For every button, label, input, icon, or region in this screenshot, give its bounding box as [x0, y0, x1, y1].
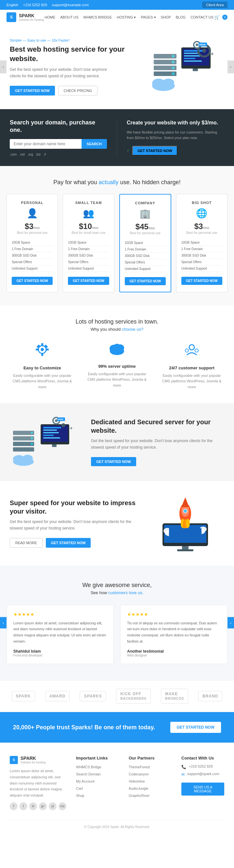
social-twitter-icon[interactable]: t	[20, 802, 27, 810]
nav-logo[interactable]: S SPARK Solution for hosting	[6, 12, 44, 22]
plan-desc-personal: Best for personal use	[12, 231, 53, 235]
feature-item: 10GB Space	[12, 240, 53, 246]
footer-link-whmcs[interactable]: WHMCS Bridge	[76, 764, 119, 769]
plan-desc-bigshot: Best for personal use	[181, 231, 222, 235]
speed-get-started-button[interactable]: GET STARTED NOW	[46, 538, 91, 548]
social-linkedin-icon[interactable]: in	[29, 802, 37, 810]
partner-logo-1: SPARK	[12, 691, 35, 701]
nav-whmcs[interactable]: WHMCS BRIDGE	[83, 15, 112, 19]
domain-section: Search your domain, purchase one. SEARCH…	[0, 109, 234, 166]
svg-rect-53	[43, 427, 61, 429]
svg-point-1	[172, 55, 175, 58]
testimonials-prev-arrow[interactable]: ‹	[0, 617, 6, 628]
footer-partner-videohive[interactable]: VideoHive	[129, 779, 172, 783]
nav-about[interactable]: ABOUT US	[60, 15, 78, 19]
feature-item: Unlimited Support	[181, 266, 222, 272]
nav-blog[interactable]: BLOG	[176, 15, 186, 19]
plan-price-company: $45/mo	[125, 222, 166, 231]
svg-point-20	[202, 49, 206, 53]
nav-hosting[interactable]: HOSTING ▾	[117, 15, 136, 20]
cta-button[interactable]: GET STARTED NOW	[170, 722, 221, 733]
footer-brand-sub: Solution for hosting	[21, 761, 46, 764]
testimonial-stars-2: ★★★★★	[127, 612, 221, 617]
domain-search-button[interactable]: SEARCH	[82, 139, 107, 149]
client-area-link[interactable]: Client Area	[202, 2, 228, 8]
footer-send-message-button[interactable]: SEND US A MESSAGE	[181, 782, 224, 796]
phone-icon: 📞	[181, 765, 186, 769]
create-title: Create your website with only $3/mo.	[127, 120, 224, 126]
plan-cta-personal[interactable]: GET STARTED NOW	[12, 277, 53, 285]
nav-contact[interactable]: CONTACT US	[191, 15, 213, 19]
check-icon: ✓	[127, 149, 130, 153]
pricing-card-bigshot: BIG SHOT 🌐 $3/mo Best for personal use 1…	[176, 194, 228, 292]
nav-cart[interactable]: 🛒 0	[214, 14, 228, 20]
feature-item: Special Offers	[12, 259, 53, 266]
dedicated-illustration: WWW +	[10, 416, 81, 468]
nav-shop[interactable]: SHOP	[161, 15, 171, 19]
footer-partner-codecanyon[interactable]: Codecanyon	[129, 772, 172, 776]
feature-item: 1 Free Domain	[68, 246, 109, 252]
speed-description: Get the best speed for your website. Don…	[10, 519, 143, 531]
svg-point-3	[172, 61, 175, 63]
footer-link-domain[interactable]: Search Domian	[76, 772, 119, 776]
dedicated-get-started-button[interactable]: GET STARTED NOW	[91, 457, 136, 466]
testimonial-card-1: ★★★★★ Lorem ipsum dolor sit amet, consec…	[6, 605, 114, 664]
pricing-cards: PERSONAL 👤 $3/mo Best for personal use 1…	[6, 194, 228, 292]
dedicated-description: Get the best speed for your website. Don…	[91, 438, 224, 450]
plan-icon-bigshot: 🌐	[181, 208, 222, 219]
footer-phone-number: +216 5252 829	[189, 764, 213, 768]
ext-biz: .biz	[36, 153, 41, 156]
footer-link-shop[interactable]: Shop	[76, 793, 119, 798]
speed-illustration	[153, 494, 224, 553]
hero-get-started-button[interactable]: GET STARTED NOW	[10, 86, 55, 95]
testimonials-next-arrow[interactable]: ›	[228, 617, 234, 628]
footer-copyright: © Copyright 2016 Spark. All Rights Reser…	[10, 820, 224, 829]
plan-price-small-team: $10/mo	[68, 222, 109, 231]
plan-cta-small-team[interactable]: GET STARTED NOW	[68, 277, 109, 285]
svg-rect-13	[184, 50, 203, 52]
top-bar: English +216 5252 829 support@example.co…	[0, 0, 234, 10]
feature-item: Unlimited Support	[68, 266, 109, 272]
footer-grid: S SPARK Solution for hosting Lorem ipsum…	[10, 755, 224, 810]
speed-read-more-button[interactable]: READ MORE	[10, 538, 42, 548]
svg-rect-69	[177, 549, 194, 551]
feature-customize-title: Easy to Customize	[10, 366, 75, 370]
svg-text:+: +	[70, 426, 72, 431]
language-selector[interactable]: English	[6, 3, 18, 7]
speed-buttons: READ MORE GET STARTED NOW	[10, 538, 143, 548]
social-googleplus-icon[interactable]: g+	[39, 802, 47, 810]
domain-right: Create your website with only $3/mo. We …	[117, 119, 224, 156]
svg-rect-30	[36, 348, 39, 350]
social-facebook-icon[interactable]: f	[10, 802, 18, 810]
hero-next-arrow[interactable]: ›	[228, 60, 234, 73]
plan-icon-small-team: 👥	[68, 208, 109, 219]
hero-section: ‹ Simpler — Easy to use — 10x Faster! Be…	[0, 25, 234, 109]
footer-col-links: Important Links WHMCS Bridge Search Domi…	[76, 755, 119, 810]
plan-cta-company[interactable]: GET STARTED NOW	[125, 277, 166, 285]
footer-partner-themeforest[interactable]: ThemeForest	[129, 764, 172, 769]
feature-uptime-title: 99% server uptime	[85, 364, 149, 369]
footer-partner-audiojungle[interactable]: AudioJungle	[129, 786, 172, 791]
hero-check-pricing-button[interactable]: CHECK PRICING	[58, 86, 97, 95]
plan-desc-company: Best for personal use	[125, 231, 166, 235]
svg-point-38	[189, 345, 194, 350]
footer-link-account[interactable]: My Account	[76, 779, 119, 783]
social-youtube-icon[interactable]: yt	[49, 802, 57, 810]
hero-prev-arrow[interactable]: ‹	[0, 60, 6, 73]
testimonial-name-1: Shahidul Islam	[13, 649, 107, 654]
feature-item: Unlimited Support	[12, 266, 53, 272]
plan-cta-bigshot[interactable]: GET STARTED NOW	[181, 277, 222, 285]
nav-home[interactable]: HOME	[45, 15, 55, 19]
plan-desc-small-team: Best for small team use	[68, 231, 109, 235]
navbar: S SPARK Solution for hosting HOME ABOUT …	[0, 10, 234, 25]
svg-point-60	[61, 423, 65, 427]
footer-partner-graphicriver[interactable]: GraphicRiver	[129, 793, 172, 798]
social-rss-icon[interactable]: rss	[59, 802, 66, 810]
cta-banner: 20,000+ People trust Sparks! Be one of t…	[0, 712, 234, 743]
domain-search-input[interactable]	[10, 139, 82, 149]
partner-logo-4: KICK OFFBACKENDERS	[116, 689, 151, 704]
plan-features-small-team: 10GB Space 1 Free Domain 300GB SSD Disk …	[68, 240, 109, 272]
nav-pages[interactable]: PAGES ▾	[141, 15, 156, 20]
create-get-started-button[interactable]: GET STARTED NOW	[132, 146, 177, 156]
footer-link-cart[interactable]: Cart	[76, 786, 119, 791]
